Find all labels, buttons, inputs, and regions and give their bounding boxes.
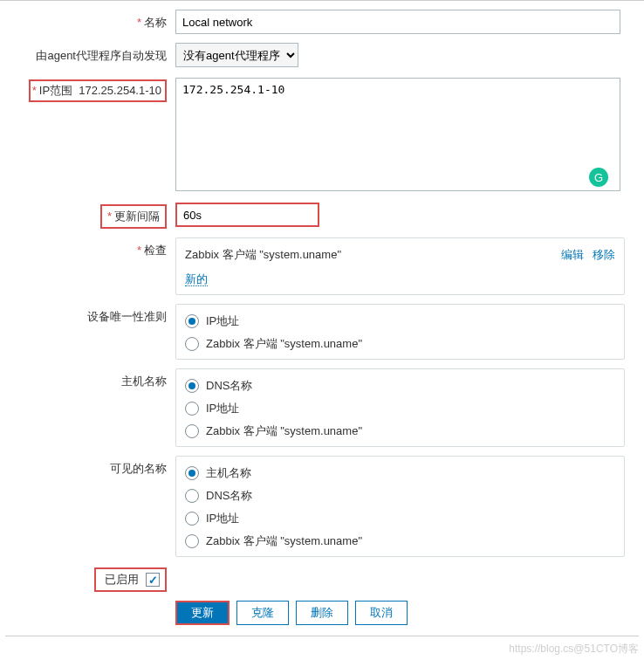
checks-row: *检查 Zabbix 客户端 "system.uname" 编辑 移除 新的 bbox=[5, 237, 639, 295]
iprange-label: IP范围 bbox=[39, 84, 72, 97]
iprange-value-display: 172.25.254.1-10 bbox=[79, 84, 161, 97]
visiblename-box: 主机名称 DNS名称 IP地址 Zabbix 客户端 "system.uname… bbox=[175, 456, 625, 557]
name-row: *名称 bbox=[5, 10, 639, 34]
radio-icon bbox=[185, 402, 199, 416]
radio-icon bbox=[185, 337, 199, 351]
radio-icon bbox=[185, 534, 199, 548]
hostname-label: 主机名称 bbox=[5, 368, 175, 389]
enabled-row: 已启用 bbox=[5, 566, 639, 592]
proxy-row: 由agent代理程序自动发现 没有agent代理程序 bbox=[5, 43, 639, 67]
visiblename-option-1[interactable]: DNS名称 bbox=[185, 488, 615, 504]
enabled-label: 已启用 bbox=[105, 572, 139, 588]
visiblename-option-2[interactable]: IP地址 bbox=[185, 511, 615, 526]
checks-box: Zabbix 客户端 "system.uname" 编辑 移除 新的 bbox=[175, 237, 625, 295]
enabled-checkbox[interactable] bbox=[146, 573, 160, 587]
name-input[interactable] bbox=[175, 10, 620, 34]
radio-icon bbox=[185, 466, 199, 480]
radio-icon bbox=[185, 314, 199, 328]
clone-button[interactable]: 克隆 bbox=[236, 601, 289, 625]
checks-label: *检查 bbox=[5, 237, 175, 258]
buttons-row: 更新 克隆 删除 取消 bbox=[175, 601, 639, 625]
visiblename-option-3[interactable]: Zabbix 客户端 "system.uname" bbox=[185, 533, 615, 549]
proxy-label: 由agent代理程序自动发现 bbox=[5, 43, 175, 64]
check-item-text: Zabbix 客户端 "system.uname" bbox=[185, 247, 341, 263]
discovery-rule-form: *名称 由agent代理程序自动发现 没有agent代理程序 *IP范围 172… bbox=[0, 0, 644, 645]
hostname-option-2[interactable]: Zabbix 客户端 "system.uname" bbox=[185, 423, 615, 439]
uniqueness-label: 设备唯一性准则 bbox=[5, 304, 175, 325]
interval-input[interactable] bbox=[175, 203, 319, 227]
hostname-option-0[interactable]: DNS名称 bbox=[185, 378, 615, 394]
check-new-link[interactable]: 新的 bbox=[185, 272, 208, 286]
uniqueness-option-1[interactable]: Zabbix 客户端 "system.uname" bbox=[185, 336, 615, 352]
update-button[interactable]: 更新 bbox=[175, 601, 230, 625]
check-remove-link[interactable]: 移除 bbox=[593, 248, 615, 261]
proxy-select[interactable]: 没有agent代理程序 bbox=[175, 43, 298, 67]
hostname-option-1[interactable]: IP地址 bbox=[185, 401, 615, 416]
hostname-row: 主机名称 DNS名称 IP地址 Zabbix 客户端 "system.uname… bbox=[5, 368, 639, 447]
enabled-highlight: 已启用 bbox=[94, 567, 167, 592]
visiblename-label: 可见的名称 bbox=[5, 456, 175, 477]
radio-icon bbox=[185, 489, 199, 503]
radio-icon bbox=[185, 424, 199, 438]
delete-button[interactable]: 删除 bbox=[296, 601, 348, 625]
grammarly-icon: G bbox=[589, 168, 608, 187]
iprange-textarea[interactable] bbox=[175, 78, 620, 191]
radio-icon bbox=[185, 379, 199, 393]
check-edit-link[interactable]: 编辑 bbox=[561, 248, 584, 261]
uniqueness-box: IP地址 Zabbix 客户端 "system.uname" bbox=[175, 304, 625, 360]
uniqueness-option-0[interactable]: IP地址 bbox=[185, 313, 615, 329]
radio-icon bbox=[185, 512, 199, 526]
visiblename-option-0[interactable]: 主机名称 bbox=[185, 465, 615, 481]
cancel-button[interactable]: 取消 bbox=[355, 601, 408, 625]
uniqueness-row: 设备唯一性准则 IP地址 Zabbix 客户端 "system.uname" bbox=[5, 304, 639, 360]
interval-label: 更新间隔 bbox=[114, 210, 160, 223]
visiblename-row: 可见的名称 主机名称 DNS名称 IP地址 Zabbix 客户端 "system… bbox=[5, 456, 639, 557]
interval-row: *更新间隔 bbox=[5, 203, 639, 229]
name-label: *名称 bbox=[5, 10, 175, 31]
hostname-box: DNS名称 IP地址 Zabbix 客户端 "system.uname" bbox=[175, 368, 625, 447]
interval-label-highlight: *更新间隔 bbox=[100, 204, 167, 229]
